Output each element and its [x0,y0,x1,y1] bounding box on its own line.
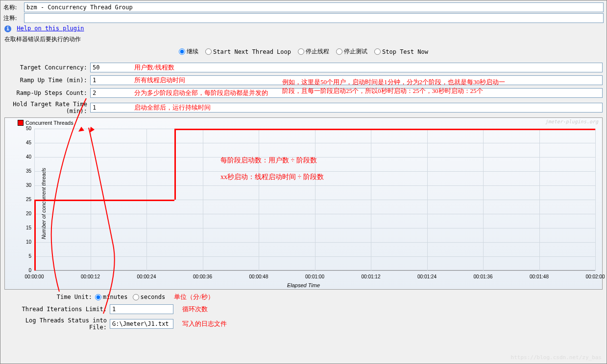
chart-watermark: jmeter-plugins.org [545,119,598,124]
ytick: 50 [18,126,31,131]
radio-continue[interactable]: 继续 [179,47,198,56]
xtick: 00:01:36 [474,274,493,279]
radio-stop-now[interactable]: Stop Test Now [374,48,428,55]
time-unit-label: Time Unit: [4,294,95,300]
ytick: 30 [18,182,31,188]
annot-time-unit: 单位（分/秒） [174,293,214,301]
radio-stop-test[interactable]: 停止测试 [336,47,367,56]
info-icon: i [4,25,11,32]
radio-minutes[interactable]: minutes [95,294,128,300]
ytick: 0 [18,268,31,273]
hold-time-label: Hold Target Rate Time (min): [4,101,90,114]
xtick: 00:00:24 [137,274,156,279]
xtick: 00:00:48 [249,274,268,279]
log-file-input[interactable] [110,319,173,329]
page-watermark: https://blog.csdn.net/zy_bas [511,354,602,361]
chart-container: Concurrent Threads jmeter-plugins.org Nu… [4,117,603,290]
ytick: 15 [18,225,31,230]
annot-iterations: 循环次数 [182,305,208,314]
annot-example-2: 阶段，且每一阶段启动25个，所以0秒时启动：25个，30秒时启动：25个 [282,87,483,95]
name-label: 名称: [3,3,24,12]
name-input[interactable] [24,2,604,12]
log-file-label: Log Threads Status into File: [4,317,110,331]
iterations-label: Thread Iterations Limit: [4,306,110,313]
radio-start-next[interactable]: Start Next Thread Loop [205,48,291,55]
chart-annot-1: 每阶段启动数：用户数 ÷ 阶段数 [220,156,317,165]
annot-hold: 启动全部后，运行持续时间 [134,103,211,112]
annot-ramp: 所有线程启动时间 [134,76,185,85]
annot-target: 用户数/线程数 [134,63,174,72]
chart-annot-2: xx秒启动：线程启动时间 ÷ 阶段数 [220,173,324,182]
ytick: 35 [18,168,31,174]
xtick: 00:00:12 [81,274,100,279]
error-action-radios: 继续 Start Next Thread Loop 停止线程 停止测试 Stop… [0,47,607,56]
ytick: 40 [18,154,31,159]
target-concurrency-label: Target Concurrency: [4,64,90,71]
ytick: 5 [18,253,31,259]
radio-seconds[interactable]: seconds [133,294,166,300]
xtick: 00:01:12 [362,274,381,279]
ytick: 10 [18,239,31,245]
radio-stop-thread[interactable]: 停止线程 [298,47,329,56]
xtick: 00:02:00 [586,274,605,279]
legend-label: Concurrent Threads [25,120,73,126]
ytick: 20 [18,211,31,216]
comment-label: 注释: [3,14,24,23]
xtick: 00:00:00 [25,274,44,279]
help-link[interactable]: Help on this plugin [17,25,84,32]
ytick: 45 [18,140,31,145]
ramp-steps-label: Ramp-Up Steps Count: [4,90,90,96]
ramp-time-label: Ramp Up Time (min): [4,77,90,84]
xtick: 00:01:48 [530,274,549,279]
annot-example-1: 例如，这里是50个用户，启动时间是1分钟，分为2个阶段，也就是每30秒启动一 [282,78,505,87]
ytick: 25 [18,197,31,202]
iterations-input[interactable] [110,304,173,314]
annot-steps: 分为多少阶段启动全部，每阶段启动都是并发的 [134,89,268,97]
legend-swatch [18,120,24,126]
xtick: 00:01:00 [305,274,324,279]
annot-log-file: 写入的日志文件 [182,319,227,328]
x-axis-label: Elapsed Time [287,282,320,288]
error-action-header: 在取样器错误后要执行的动作 [4,35,603,44]
xtick: 00:01:24 [417,274,437,279]
xtick: 00:00:36 [193,274,212,279]
chart-plot: 0510152025303540455000:00:0000:00:1200:0… [34,129,595,271]
comment-input[interactable] [24,13,604,23]
